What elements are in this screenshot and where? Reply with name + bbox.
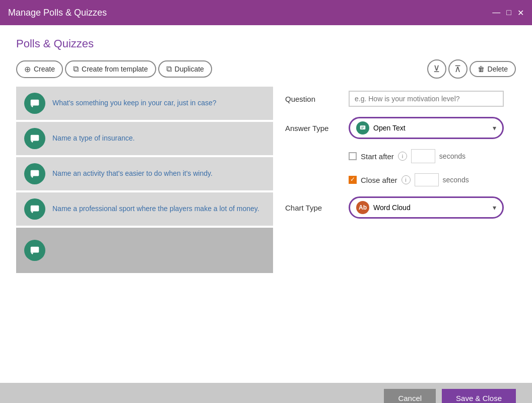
duplicate-icon: ⧉ bbox=[166, 64, 172, 74]
question-icon-3 bbox=[24, 163, 45, 184]
create-button[interactable]: ⊕ Create bbox=[16, 60, 63, 78]
list-item[interactable]: What's something you keep in your car, j… bbox=[16, 87, 273, 120]
question-input[interactable] bbox=[349, 91, 504, 107]
page-title: Polls & Quizzes bbox=[16, 37, 516, 50]
svg-rect-15 bbox=[360, 125, 366, 129]
question-list[interactable]: What's something you keep in your car, j… bbox=[16, 87, 273, 371]
body-area: What's something you keep in your car, j… bbox=[16, 87, 516, 371]
close-after-info-icon[interactable]: i bbox=[402, 175, 411, 184]
open-text-icon bbox=[356, 121, 369, 135]
duplicate-button[interactable]: ⧉ Duplicate bbox=[158, 60, 212, 78]
dropdown-arrow-icon: ▾ bbox=[493, 124, 496, 132]
delete-button[interactable]: 🗑 Delete bbox=[470, 61, 516, 77]
svg-rect-12 bbox=[31, 247, 39, 253]
trash-icon: 🗑 bbox=[478, 65, 485, 73]
question-text-3: Name an activity that's easier to do whe… bbox=[52, 169, 213, 179]
chat-icon bbox=[29, 204, 40, 215]
close-after-row: Close after i 25 seconds bbox=[285, 173, 504, 186]
text-icon bbox=[359, 124, 366, 131]
list-item[interactable]: Name a type of insurance. bbox=[16, 122, 273, 155]
close-after-seconds-label: seconds bbox=[443, 176, 469, 184]
close-after-label: Close after bbox=[361, 176, 397, 184]
move-down-button[interactable]: ⊻ bbox=[427, 59, 446, 79]
close-after-checkbox[interactable] bbox=[349, 176, 357, 184]
toolbar: ⊕ Create ⧉ Create from template ⧉ Duplic… bbox=[16, 59, 516, 79]
word-cloud-icon: Ab bbox=[356, 201, 369, 214]
chart-type-dropdown-container: Ab Word Cloud ▾ bbox=[349, 196, 504, 219]
answer-type-label: Answer Type bbox=[285, 124, 341, 132]
window-title: Manage Polls & Quizzes bbox=[8, 8, 107, 18]
question-icon-2 bbox=[24, 128, 45, 149]
answer-type-row: Answer Type Open Text ▾ bbox=[285, 117, 504, 139]
start-after-seconds-label: seconds bbox=[439, 152, 466, 160]
left-panel: What's something you keep in your car, j… bbox=[16, 87, 273, 371]
start-after-row: Start after i seconds bbox=[285, 149, 504, 163]
move-up-button[interactable]: ⊼ bbox=[448, 59, 468, 79]
toolbar-right: ⊻ ⊼ 🗑 Delete bbox=[427, 59, 516, 79]
close-after-seconds-input[interactable]: 25 bbox=[415, 173, 439, 186]
start-after-info-icon[interactable]: i bbox=[398, 152, 407, 161]
window-controls: — □ ✕ bbox=[492, 8, 524, 18]
close-after-checkbox-row: Close after i 25 seconds bbox=[349, 173, 469, 186]
list-item[interactable]: Name an activity that's easier to do whe… bbox=[16, 157, 273, 190]
title-bar: Manage Polls & Quizzes — □ ✕ bbox=[0, 0, 532, 25]
list-item[interactable]: Name a professional sport where the play… bbox=[16, 192, 273, 226]
question-row: Question bbox=[285, 91, 504, 107]
start-after-checkbox-row: Start after i seconds bbox=[349, 149, 466, 163]
svg-rect-3 bbox=[31, 135, 39, 141]
create-label: Create bbox=[34, 65, 55, 73]
question-text-4: Name a professional sport where the play… bbox=[52, 204, 259, 214]
chart-dropdown-arrow-icon: ▾ bbox=[493, 204, 496, 212]
chat-icon bbox=[29, 245, 40, 256]
duplicate-label: Duplicate bbox=[175, 65, 204, 73]
question-icon-5 bbox=[24, 240, 45, 261]
svg-rect-9 bbox=[31, 206, 39, 212]
minimize-button[interactable]: — bbox=[492, 8, 500, 17]
main-content: Polls & Quizzes ⊕ Create ⧉ Create from t… bbox=[0, 25, 532, 383]
question-text-1: What's something you keep in your car, j… bbox=[52, 98, 217, 108]
question-icon-1 bbox=[24, 93, 45, 114]
maximize-button[interactable]: □ bbox=[506, 8, 511, 17]
create-from-template-button[interactable]: ⧉ Create from template bbox=[65, 60, 156, 78]
start-after-checkbox[interactable] bbox=[349, 152, 357, 160]
chat-icon bbox=[29, 98, 40, 109]
answer-type-dropdown[interactable]: Open Text ▾ bbox=[349, 117, 504, 139]
footer: Cancel Save & Close bbox=[0, 383, 532, 403]
close-button[interactable]: ✕ bbox=[517, 8, 524, 18]
plus-icon: ⊕ bbox=[24, 64, 31, 74]
svg-rect-0 bbox=[31, 100, 39, 106]
chart-type-label: Chart Type bbox=[285, 204, 341, 212]
answer-type-value: Open Text bbox=[373, 124, 493, 132]
right-panel: Question Answer Type Open Text ▾ bbox=[273, 87, 516, 371]
question-icon-4 bbox=[24, 198, 45, 220]
question-text-2: Name a type of insurance. bbox=[52, 133, 135, 144]
list-item-empty[interactable] bbox=[16, 228, 273, 273]
delete-label: Delete bbox=[488, 65, 508, 73]
answer-type-dropdown-container: Open Text ▾ bbox=[349, 117, 504, 139]
template-icon: ⧉ bbox=[73, 64, 79, 74]
chart-type-dropdown[interactable]: Ab Word Cloud ▾ bbox=[349, 196, 504, 219]
question-label: Question bbox=[285, 95, 341, 103]
cancel-button[interactable]: Cancel bbox=[384, 389, 436, 404]
svg-rect-6 bbox=[31, 170, 39, 176]
chat-icon bbox=[29, 168, 40, 179]
start-after-seconds-box bbox=[411, 149, 435, 163]
ab-text: Ab bbox=[359, 204, 367, 211]
start-after-label: Start after bbox=[361, 152, 394, 161]
chat-icon bbox=[29, 133, 40, 144]
create-from-template-label: Create from template bbox=[82, 65, 148, 73]
chart-type-value: Word Cloud bbox=[373, 204, 493, 212]
chart-type-row: Chart Type Ab Word Cloud ▾ bbox=[285, 196, 504, 219]
save-close-button[interactable]: Save & Close bbox=[442, 389, 516, 404]
